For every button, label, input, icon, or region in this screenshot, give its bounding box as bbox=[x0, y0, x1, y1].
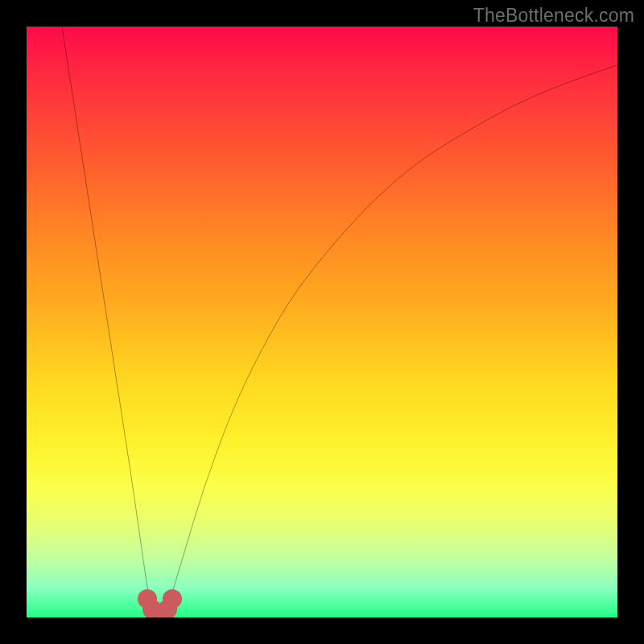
bottleneck-curve bbox=[62, 27, 617, 615]
curve-svg bbox=[27, 27, 617, 617]
plot-area bbox=[27, 27, 617, 617]
watermark-text: TheBottleneck.com bbox=[473, 5, 634, 27]
marker-dot bbox=[163, 589, 182, 609]
chart-frame: TheBottleneck.com bbox=[0, 0, 644, 644]
